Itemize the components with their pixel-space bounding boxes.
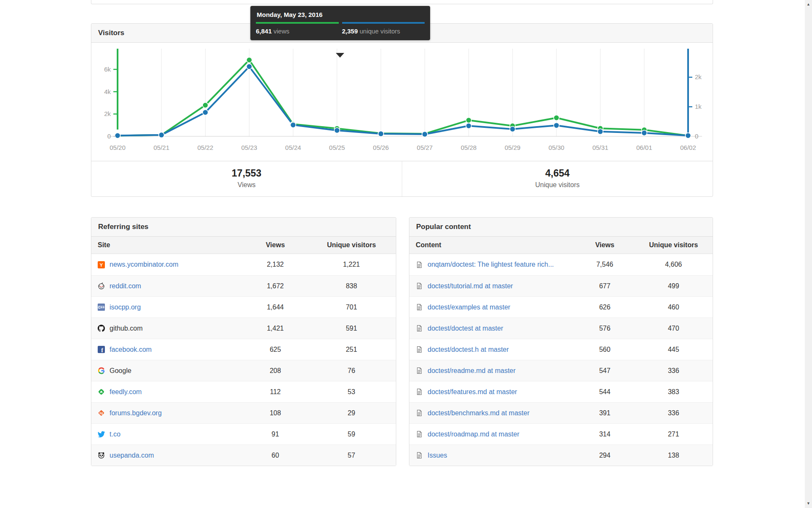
views-cell: 91 — [244, 431, 307, 438]
site-cell: github.com — [91, 325, 244, 332]
data-point-unique-visitors[interactable] — [247, 64, 252, 69]
site-cell: doctest/readme.md at master — [409, 367, 575, 375]
x-axis-label: 05/24 — [285, 144, 301, 151]
summary-unique-label: Unique visitors — [402, 181, 713, 189]
views-cell: 108 — [244, 409, 307, 417]
summary-views-value: 17,553 — [91, 168, 402, 179]
data-point-views[interactable] — [554, 115, 559, 121]
file-icon — [416, 452, 423, 459]
site-link[interactable]: reddit.com — [110, 282, 141, 290]
x-axis-label: 05/28 — [461, 144, 477, 151]
site-link[interactable]: doctest/roadmap.md at master — [428, 431, 519, 438]
views-cell: 1,421 — [244, 325, 307, 332]
ycombinator-icon: Y — [98, 261, 105, 268]
x-axis-label: 05/22 — [198, 144, 214, 151]
data-point-unique-visitors[interactable] — [422, 132, 428, 137]
unique-visitors-cell: 336 — [634, 409, 713, 417]
site-link[interactable]: isocpp.org — [110, 304, 141, 311]
site-cell: doctest/features.md at master — [409, 388, 575, 396]
unique-visitors-cell: 383 — [634, 388, 713, 396]
scroll-up-icon[interactable]: ▲ — [805, 1, 812, 8]
table-row: C++isocpp.org1,644701 — [91, 296, 396, 318]
data-point-unique-visitors[interactable] — [291, 122, 296, 128]
page-content: Monday, May 23, 2016 6,841 views 2,359 u… — [91, 0, 713, 483]
x-axis-label: 05/21 — [154, 144, 170, 151]
site-link[interactable]: Issues — [428, 452, 447, 459]
views-cell: 1,672 — [244, 282, 307, 290]
data-point-unique-visitors[interactable] — [334, 128, 340, 133]
visitors-panel: Visitors 2k4k6k01k2k005/2005/2105/2205/2… — [91, 23, 713, 197]
site-cell: onqtam/doctest: The lightest feature ric… — [409, 261, 575, 268]
site-link[interactable]: onqtam/doctest: The lightest feature ric… — [428, 261, 554, 268]
site-link[interactable]: doctest/benchmarks.md at master — [428, 409, 529, 417]
data-point-views[interactable] — [466, 118, 472, 123]
data-point-unique-visitors[interactable] — [203, 110, 208, 115]
file-icon — [416, 261, 423, 268]
svg-text:6k: 6k — [104, 66, 111, 73]
page-scrollbar[interactable]: ▲ ▼ — [805, 0, 812, 508]
data-point-unique-visitors[interactable] — [466, 123, 472, 129]
views-cell: 314 — [575, 431, 634, 438]
site-cell: usepanda.com — [91, 452, 244, 459]
tooltip-arrow-icon — [336, 53, 344, 58]
facebook-icon: f — [98, 346, 105, 353]
site-link[interactable]: doctest/readme.md at master — [428, 367, 516, 375]
site-link[interactable]: doctest/examples at master — [428, 304, 510, 311]
views-cell: 560 — [575, 346, 634, 353]
x-axis-label: 05/27 — [417, 144, 433, 151]
file-icon — [416, 388, 423, 395]
site-link[interactable]: facebook.com — [110, 346, 152, 353]
col-views: Views — [575, 241, 634, 249]
data-point-unique-visitors[interactable] — [642, 130, 647, 135]
tooltip-unique-label: unique visitors — [359, 28, 400, 35]
site-link[interactable]: doctest/doctest at master — [428, 325, 503, 332]
site-link[interactable]: news.ycombinator.com — [110, 261, 178, 268]
table-row: Issues294138 — [409, 444, 713, 466]
data-point-unique-visitors[interactable] — [554, 123, 559, 128]
site-cell: Google — [91, 367, 244, 375]
unique-visitors-cell: 138 — [634, 452, 713, 459]
data-point-views[interactable] — [247, 57, 252, 63]
data-point-unique-visitors[interactable] — [598, 129, 603, 134]
site-link[interactable]: feedly.com — [110, 388, 142, 396]
site-link[interactable]: doctest/features.md at master — [428, 388, 517, 396]
views-cell: 294 — [575, 452, 634, 459]
site-link[interactable]: t.co — [110, 431, 121, 438]
x-axis-label: 05/23 — [241, 144, 258, 151]
site-cell: t.co — [91, 431, 244, 438]
views-cell: 544 — [575, 388, 634, 396]
x-axis-label: 05/31 — [593, 144, 609, 151]
svg-text:0: 0 — [695, 133, 698, 140]
data-point-unique-visitors[interactable] — [686, 133, 691, 138]
site-cell: ffacebook.com — [91, 346, 244, 353]
site-cell: C++isocpp.org — [91, 304, 244, 311]
table-row: bgforums.bgdev.org10829 — [91, 402, 396, 423]
data-point-unique-visitors[interactable] — [378, 131, 384, 137]
unique-visitors-cell: 838 — [307, 282, 396, 290]
data-point-unique-visitors[interactable] — [159, 132, 164, 138]
site-link[interactable]: doctest/tutorial.md at master — [428, 282, 513, 290]
unique-visitors-cell: 1,221 — [307, 261, 396, 268]
data-point-unique-visitors[interactable] — [510, 126, 515, 132]
site-cell: doctest/tutorial.md at master — [409, 282, 575, 290]
site-link[interactable]: forums.bgdev.org — [110, 409, 162, 417]
svg-text:f: f — [101, 347, 103, 353]
data-point-views[interactable] — [203, 102, 208, 108]
tooltip-views: 6,841 views — [256, 22, 339, 35]
file-icon — [416, 346, 423, 353]
site-cell: doctest/roadmap.md at master — [409, 431, 575, 438]
svg-text:2k: 2k — [695, 73, 702, 80]
scroll-down-icon[interactable]: ▼ — [805, 500, 812, 507]
file-icon — [416, 431, 423, 438]
unique-visitors-cell: 499 — [634, 282, 713, 290]
unique-visitors-cell: 336 — [634, 367, 713, 375]
visitors-chart[interactable]: 2k4k6k01k2k005/2005/2105/2205/2305/2405/… — [91, 43, 713, 161]
table-row: doctest/doctest.h at master560445 — [409, 339, 713, 360]
views-cell: 626 — [575, 304, 634, 311]
data-point-unique-visitors[interactable] — [115, 133, 121, 138]
feedly-icon — [98, 388, 105, 395]
site-link[interactable]: usepanda.com — [110, 452, 154, 459]
table-row: doctest/tutorial.md at master677499 — [409, 275, 713, 296]
site-link[interactable]: doctest/doctest.h at master — [428, 346, 509, 353]
table-row: Google20876 — [91, 360, 396, 381]
